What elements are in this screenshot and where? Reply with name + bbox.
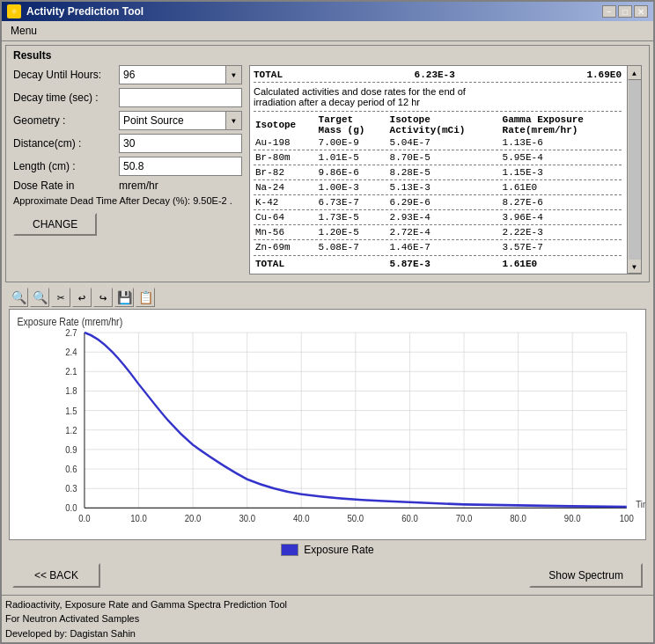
table-row: Mn-561.20E-52.72E-42.22E-3 xyxy=(254,226,622,238)
legend-area: Exposure Rate xyxy=(5,540,650,560)
cut-icon[interactable]: ✂ xyxy=(51,288,70,307)
clipboard-icon[interactable]: 📋 xyxy=(136,288,155,307)
minimize-button[interactable]: − xyxy=(602,5,616,18)
back-button[interactable]: << BACK xyxy=(12,563,100,588)
zoom-out-icon[interactable]: 🔍 xyxy=(9,288,28,307)
menu-item-menu[interactable]: Menu xyxy=(5,23,42,39)
ytick-5: 1.5 xyxy=(65,405,77,416)
maximize-button[interactable]: □ xyxy=(618,5,632,18)
table-cell: K-42 xyxy=(254,196,317,209)
status-bar: Radioactivity, Exposure Rate and Gamma S… xyxy=(2,595,653,643)
table-cell: 5.13E-3 xyxy=(388,181,501,194)
bottom-buttons: << BACK Show Spectrum xyxy=(5,560,650,591)
undo-icon[interactable]: ↩ xyxy=(72,288,92,307)
table-cell: 1.15E-3 xyxy=(501,166,622,179)
table-body: Au-1987.00E-95.04E-71.13E-6Br-80m1.01E-5… xyxy=(254,136,622,253)
decay-time-label: Decay time (sec) : xyxy=(13,91,119,104)
table-cell: 1.00E-3 xyxy=(317,181,388,194)
distance-control xyxy=(119,134,242,153)
results-legend: Results xyxy=(13,49,642,62)
table-row: Br-80m1.01E-58.70E-55.95E-4 xyxy=(254,151,622,164)
geometry-arrow[interactable]: ▼ xyxy=(225,112,241,129)
table-cell: Br-82 xyxy=(254,166,317,179)
app-icon: ⚛ xyxy=(7,4,21,18)
length-input[interactable] xyxy=(119,157,242,176)
chart-svg: Exposure Rate (mrem/hr) xyxy=(10,310,645,539)
decay-until-arrow[interactable]: ▼ xyxy=(225,66,241,84)
table-cell: 6.29E-6 xyxy=(388,196,501,209)
table-cell: 2.22E-3 xyxy=(501,226,622,238)
table-row: Au-1987.00E-95.04E-71.13E-6 xyxy=(254,136,622,149)
ytick-1: 2.7 xyxy=(65,326,77,338)
geometry-combo[interactable]: Point Source ▼ xyxy=(119,111,242,130)
menu-bar: Menu xyxy=(2,21,653,41)
total-label: TOTAL xyxy=(254,258,317,270)
table-content: TOTAL 6.23E-3 1.69E0 Calculated activiti… xyxy=(254,70,622,270)
top-total-label: TOTAL xyxy=(254,70,283,80)
top-total-activity: 6.23E-3 xyxy=(415,70,455,80)
table-cell: 1.73E-5 xyxy=(317,211,388,223)
geometry-label: Geometry : xyxy=(13,114,119,127)
ytick-3: 2.1 xyxy=(65,365,77,377)
table-row: Zn-69m5.08E-71.46E-73.57E-7 xyxy=(254,241,622,253)
xtick-6: 50.0 xyxy=(348,512,364,523)
geometry-row: Geometry : Point Source ▼ xyxy=(13,111,242,130)
table-cell: Cu-64 xyxy=(254,211,317,223)
scroll-up-arrow[interactable]: ▲ xyxy=(628,66,642,80)
length-row: Length (cm) : xyxy=(13,157,242,176)
length-label: Length (cm) : xyxy=(13,160,119,172)
total-gamma: 1.61E0 xyxy=(501,258,622,270)
dose-rate-row: Dose Rate in mrem/hr xyxy=(13,179,242,192)
table-cell: 5.95E-4 xyxy=(501,151,622,164)
xtick-3: 20.0 xyxy=(185,512,202,523)
table-cell: 6.73E-7 xyxy=(317,196,388,209)
xtick-7: 60.0 xyxy=(401,512,418,523)
change-button[interactable]: CHANGE xyxy=(13,213,97,236)
title-buttons: − □ ✕ xyxy=(602,5,648,18)
xtick-9: 80.0 xyxy=(510,512,526,523)
table-footer: TOTAL 5.87E-3 1.61E0 xyxy=(254,253,622,270)
status-line-2: For Neutron Activated Samples xyxy=(5,611,650,626)
table-cell: 5.04E-7 xyxy=(388,136,501,149)
distance-input[interactable] xyxy=(119,134,242,153)
table-cell: Br-80m xyxy=(254,151,317,164)
col-isotope: Isotope xyxy=(254,113,317,136)
total-empty xyxy=(317,258,388,270)
decay-until-row: Decay Until Hours: 96 ▼ xyxy=(13,65,242,84)
scrollbar[interactable]: ▲ ▼ xyxy=(627,66,641,274)
dose-rate-unit: mrem/hr xyxy=(119,179,158,192)
xtick-8: 70.0 xyxy=(456,512,473,523)
scroll-track xyxy=(629,80,641,260)
table-cell: 1.13E-6 xyxy=(501,136,622,149)
title-bar: ⚛ Activity Prediction Tool − □ ✕ xyxy=(2,2,653,21)
x-axis-label: Time (hr) xyxy=(636,498,645,509)
xtick-1: 0.0 xyxy=(78,512,90,523)
col-gamma: Gamma ExposureRate(mrem/hr) xyxy=(501,113,622,136)
close-button[interactable]: ✕ xyxy=(634,5,648,18)
table-cell: Zn-69m xyxy=(254,241,317,253)
total-activity: 5.87E-3 xyxy=(388,258,501,270)
decay-time-control xyxy=(119,88,242,107)
ytick-10: 0.0 xyxy=(65,501,77,513)
show-spectrum-button[interactable]: Show Spectrum xyxy=(529,563,643,588)
table-row: K-426.73E-76.29E-68.27E-6 xyxy=(254,196,622,209)
redo-icon[interactable]: ↪ xyxy=(93,288,113,307)
decay-until-combo[interactable]: 96 ▼ xyxy=(119,65,242,84)
scroll-down-arrow[interactable]: ▼ xyxy=(628,260,642,274)
results-group: Results Decay Until Hours: 96 ▼ Decay ti… xyxy=(5,45,650,282)
save-icon[interactable]: 💾 xyxy=(114,288,134,307)
decay-until-label: Decay Until Hours: xyxy=(13,69,119,81)
table-header: Isotope TargetMass (g) IsotopeActivity(m… xyxy=(254,113,622,136)
decay-time-row: Decay time (sec) : xyxy=(13,88,242,107)
right-panel: ▲ ▼ TOTAL 6.23E-3 1.69E0 xyxy=(249,65,642,274)
ytick-7: 0.9 xyxy=(65,443,77,455)
results-body: Decay Until Hours: 96 ▼ Decay time (sec)… xyxy=(13,65,642,274)
xtick-4: 30.0 xyxy=(239,512,255,523)
decay-time-input[interactable] xyxy=(119,88,242,107)
distance-label: Distance(cm) : xyxy=(13,137,119,150)
divider-2 xyxy=(254,111,622,112)
xtick-2: 10.0 xyxy=(130,512,147,523)
table-cell: 8.70E-5 xyxy=(388,151,501,164)
zoom-in-icon[interactable]: 🔍 xyxy=(30,288,49,307)
chart-toolbar: 🔍 🔍 ✂ ↩ ↪ 💾 📋 xyxy=(5,286,650,309)
